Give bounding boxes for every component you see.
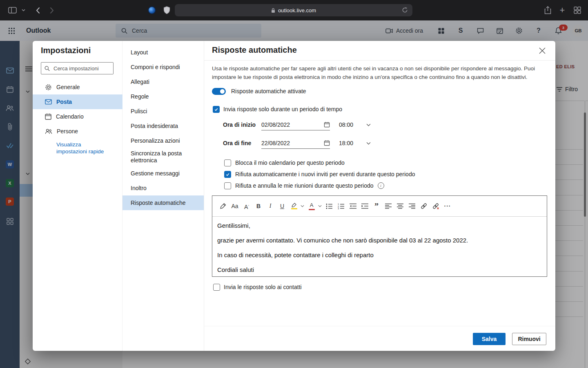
forward-icon[interactable] — [47, 0, 57, 20]
close-icon[interactable] — [539, 47, 546, 54]
settings-title: Impostazioni — [41, 46, 91, 55]
italic-button[interactable]: I — [265, 200, 275, 212]
category-gestione-messaggi[interactable]: Gestione messaggi — [122, 166, 204, 181]
end-date-field[interactable]: 22/08/2022 — [261, 138, 330, 149]
sidebar-toggle-icon[interactable] — [6, 0, 19, 20]
browser-chrome: outlook.live.com + — [0, 0, 588, 20]
indent-icon[interactable] — [360, 200, 370, 212]
remove-button[interactable]: Rimuovi — [512, 333, 546, 345]
category-pulisci[interactable]: Pulisci — [122, 104, 204, 119]
toggle-label: Risposte automatiche attivate — [231, 88, 306, 94]
option-label: Blocca il mio calendario per questo peri… — [235, 159, 345, 166]
outdent-icon[interactable] — [348, 200, 358, 212]
period-checkbox[interactable] — [213, 106, 220, 113]
search-icon — [45, 66, 50, 71]
url-field[interactable]: outlook.live.com — [175, 4, 412, 16]
font-name-button[interactable]: Aa — [230, 200, 240, 212]
reload-icon[interactable] — [402, 7, 408, 13]
decline-meetings-checkbox[interactable] — [224, 182, 231, 189]
new-tab-icon[interactable]: + — [556, 0, 568, 20]
settings-nav-panel: Impostazioni Generale Posta Calendario P… — [33, 41, 122, 351]
chevron-down-icon — [366, 123, 371, 126]
panel-description: Usa le risposte automatiche per far sape… — [212, 64, 544, 81]
font-color-chevron-icon[interactable] — [317, 200, 322, 212]
footer-divider — [204, 326, 555, 326]
unlink-icon[interactable] — [431, 200, 441, 212]
nav-label: Calendario — [56, 113, 84, 120]
back-icon[interactable] — [33, 0, 43, 20]
option-label: Rifiuta automaticamente i nuovi inviti p… — [235, 171, 415, 177]
format-painter-icon[interactable] — [218, 200, 228, 212]
panel-header: Risposte automatiche — [204, 41, 555, 61]
category-regole[interactable]: Regole — [122, 89, 204, 104]
contacts-only-checkbox[interactable] — [213, 284, 220, 291]
option-label: Rifiuta e annulla le mie riunioni durant… — [235, 182, 374, 189]
lock-icon — [271, 8, 275, 13]
datepicker-icon[interactable] — [324, 121, 330, 128]
highlight-button[interactable] — [289, 200, 299, 212]
underline-button[interactable]: U — [277, 200, 287, 212]
more-commands-icon[interactable]: ··· — [443, 200, 452, 212]
font-size-button[interactable]: A◦ — [242, 200, 252, 212]
calendar-icon — [45, 113, 51, 120]
share-icon[interactable] — [541, 0, 554, 20]
align-right-icon[interactable] — [407, 200, 417, 212]
start-date-value: 02/08/2022 — [261, 121, 290, 128]
period-label: Invia risposte solo durante un periodo d… — [223, 106, 342, 112]
sidebar-chevron-icon[interactable] — [20, 0, 27, 20]
tab-overview-icon[interactable] — [571, 0, 584, 20]
category-layout[interactable]: Layout — [122, 45, 204, 60]
highlight-chevron-icon[interactable] — [300, 200, 305, 212]
settings-search[interactable] — [41, 62, 114, 74]
category-componi[interactable]: Componi e rispondi — [122, 60, 204, 74]
info-icon[interactable]: i — [378, 182, 384, 189]
category-risposte-automatiche[interactable]: Risposte automatiche — [122, 195, 204, 210]
bullet-list-icon[interactable] — [324, 200, 334, 212]
mail-icon — [45, 99, 52, 105]
extension-shield-icon[interactable] — [161, 0, 172, 20]
link-icon[interactable] — [419, 200, 429, 212]
align-center-icon[interactable] — [395, 200, 405, 212]
settings-nav-generale[interactable]: Generale — [33, 80, 122, 94]
editor-body[interactable]: Gentilissimi, grazie per avermi contatta… — [212, 217, 547, 279]
settings-nav-persone[interactable]: Persone — [33, 124, 122, 139]
nav-label: Persone — [57, 128, 78, 135]
numbered-list-icon[interactable]: 123 — [336, 200, 346, 212]
chevron-down-icon — [366, 142, 371, 145]
start-label: Ora di inizio — [223, 121, 261, 128]
panel-title: Risposte automatiche — [212, 45, 297, 55]
extension-orb-icon[interactable] — [146, 0, 158, 20]
reply-editor: Aa A◦ B I U A — [212, 195, 547, 277]
settings-nav-calendario[interactable]: Calendario — [33, 109, 122, 124]
highlight-color-bar — [291, 208, 297, 209]
url-text: outlook.live.com — [278, 7, 316, 13]
end-time-dropdown[interactable]: 18:00 — [339, 138, 371, 148]
quote-icon[interactable]: ” — [372, 200, 381, 212]
category-personalizza-azioni[interactable]: Personalizza azioni — [122, 133, 204, 148]
bold-button[interactable]: B — [254, 200, 263, 212]
settings-nav-posta[interactable]: Posta — [33, 94, 122, 109]
category-allegati[interactable]: Allegati — [122, 74, 204, 89]
datepicker-icon[interactable] — [324, 140, 330, 146]
screen: outlook.live.com + Outlook Acc — [0, 0, 588, 368]
save-button[interactable]: Salva — [473, 333, 506, 345]
end-time-value: 18:00 — [339, 140, 353, 146]
block-calendar-checkbox[interactable] — [224, 159, 231, 166]
category-inoltro[interactable]: Inoltro — [122, 181, 204, 195]
people-icon — [45, 128, 52, 135]
align-left-icon[interactable] — [383, 200, 393, 212]
nav-label: Generale — [56, 84, 80, 90]
start-date-field[interactable]: 02/08/2022 — [261, 119, 330, 130]
end-label: Ora di fine — [223, 140, 261, 146]
quick-settings-link[interactable]: Visualizza impostazioni rapide — [56, 141, 110, 155]
settings-search-input[interactable] — [53, 65, 107, 72]
message-line: Gentilissimi, — [217, 218, 542, 233]
autoreplies-toggle[interactable] — [212, 88, 226, 95]
autoreplies-panel: Risposte automatiche Usa le risposte aut… — [204, 41, 555, 351]
start-time-dropdown[interactable]: 08:00 — [339, 119, 371, 130]
font-color-button[interactable]: A — [307, 200, 316, 212]
category-sincronizza[interactable]: Sincronizza la posta elettronica — [122, 147, 204, 167]
category-posta-indesiderata[interactable]: Posta indesiderata — [122, 119, 204, 133]
decline-invites-checkbox[interactable] — [224, 171, 231, 178]
editor-toolbar: Aa A◦ B I U A — [212, 196, 547, 217]
